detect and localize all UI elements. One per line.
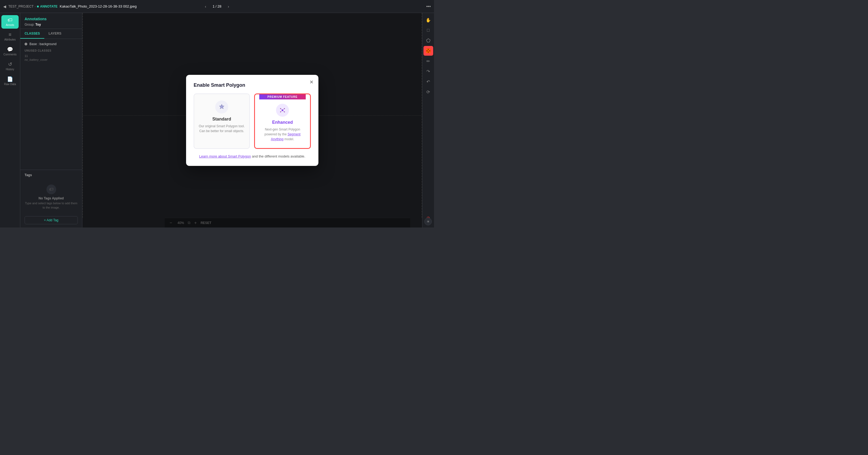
hand-tool-button[interactable]: ✋	[424, 15, 433, 25]
svg-point-15	[429, 52, 430, 53]
unused-class-11: 11	[25, 54, 78, 58]
filename: KakaoTalk_Photo_2023-12-28-16-38-33 002.…	[60, 4, 137, 8]
main-layout: 🏷 Annots ≡ Attributes 💬 Comments ↺ Histo…	[0, 13, 434, 228]
modal-card-standard[interactable]: Standard Our original Smart Polygon tool…	[194, 93, 250, 149]
svg-point-5	[284, 111, 285, 112]
history-icon: ↺	[8, 61, 12, 67]
no-tags-icon: 🏷	[46, 185, 56, 194]
class-item-base: Base : background	[25, 42, 78, 46]
undo-button[interactable]: ↶	[424, 77, 433, 87]
standard-icon	[215, 100, 228, 114]
modal-close-button[interactable]: ✕	[310, 80, 314, 85]
breadcrumb-annotate: ANNOTATE	[40, 5, 58, 8]
sidebar: 🏷 Annots ≡ Attributes 💬 Comments ↺ Histo…	[0, 13, 20, 228]
enhanced-card-desc: Next-gen Smart Polygon powered by the Se…	[259, 127, 306, 142]
modal-title: Enable Smart Polygon	[194, 83, 311, 88]
svg-point-13	[429, 49, 430, 50]
annotation-panel: Annotations Group: Toy CLASSES LAYERS Ba…	[20, 13, 82, 228]
add-tag-button[interactable]: + Add Tag	[25, 216, 78, 224]
unused-classes-title: UNUSED CLASSES	[25, 49, 78, 52]
breadcrumb: TEST_PROJECT › ■ ANNOTATE	[8, 4, 58, 8]
svg-point-2	[280, 108, 281, 109]
panel-title: Annotations	[25, 17, 78, 21]
topbar-center: ‹ 1 / 28 ›	[203, 3, 231, 10]
sidebar-item-attributes[interactable]: ≡ Attributes	[1, 30, 19, 43]
no-tags-text: No Tags Applied	[25, 196, 78, 200]
refresh-button[interactable]: ⟳	[424, 87, 433, 97]
nav-prev-button[interactable]: ‹	[203, 3, 209, 10]
rawdata-icon: 📄	[7, 76, 13, 82]
canvas-area: ✕ Enable Smart Polygon Standard Our orig…	[82, 13, 422, 228]
learn-more-link[interactable]: Learn more about Smart Polygon	[199, 154, 251, 158]
breadcrumb-project: TEST_PROJECT	[8, 5, 33, 8]
tags-title: Tags	[25, 173, 78, 177]
group-info: Group: Toy	[25, 23, 78, 27]
tab-classes[interactable]: CLASSES	[20, 29, 44, 39]
sidebar-item-history[interactable]: ↺ History	[1, 59, 19, 73]
page-indicator: 1 / 28	[212, 4, 222, 8]
svg-point-4	[280, 111, 281, 112]
svg-point-14	[427, 52, 428, 53]
modal-footer: Learn more about Smart Polygon and the d…	[194, 154, 311, 158]
svg-point-3	[284, 108, 285, 109]
class-name-base: Base : background	[29, 42, 57, 46]
rect-tool-button[interactable]: □	[424, 25, 433, 35]
theme-toggle-button[interactable]: ☀	[424, 218, 432, 225]
svg-point-12	[427, 49, 428, 50]
sidebar-item-rawdata[interactable]: 📄 Raw Data	[1, 74, 19, 88]
no-tags-hint: Type and select tags below to add them t…	[25, 201, 78, 210]
modal-card-enhanced[interactable]: PREMIUM FEATURE	[254, 93, 311, 149]
pencil-tool-button[interactable]: ✏	[424, 56, 433, 66]
modal-smart-polygon: ✕ Enable Smart Polygon Standard Our orig…	[186, 75, 318, 166]
smart-polygon-button[interactable]	[424, 46, 433, 56]
panel-header: Annotations Group: Toy	[20, 13, 82, 29]
no-tags-container: 🏷 No Tags Applied Type and select tags b…	[25, 180, 78, 214]
topbar-left: ◀ TEST_PROJECT › ■ ANNOTATE KakaoTalk_Ph…	[3, 4, 203, 9]
comments-icon: 💬	[7, 47, 13, 53]
right-toolbar: ✋ □ ✏ ↷ ↶ ⟳ ⊘ ☀	[422, 13, 434, 228]
svg-marker-10	[427, 39, 430, 42]
modal-overlay: ✕ Enable Smart Polygon Standard Our orig…	[82, 13, 422, 228]
annots-icon: 🏷	[7, 17, 12, 23]
tags-section: Tags 🏷 No Tags Applied Type and select t…	[20, 170, 82, 228]
unused-class-no-battery-cover: no_battery_cover	[25, 58, 78, 61]
panel-content: Base : background UNUSED CLASSES 11 no_b…	[20, 39, 82, 170]
premium-badge: PREMIUM FEATURE	[259, 94, 306, 99]
sidebar-item-comments[interactable]: 💬 Comments	[1, 44, 19, 58]
topbar: ◀ TEST_PROJECT › ■ ANNOTATE KakaoTalk_Ph…	[0, 0, 434, 13]
standard-card-title: Standard	[198, 117, 245, 122]
sidebar-item-annots[interactable]: 🏷 Annots	[1, 15, 19, 29]
redo-button[interactable]: ↷	[424, 66, 433, 76]
class-dot	[25, 43, 27, 46]
more-options-button[interactable]: •••	[426, 4, 431, 9]
modal-cards: Standard Our original Smart Polygon tool…	[194, 93, 311, 149]
panel-tabs: CLASSES LAYERS	[20, 29, 82, 39]
standard-card-desc: Our original Smart Polygon tool. Can be …	[198, 124, 245, 133]
tab-layers[interactable]: LAYERS	[44, 29, 66, 39]
svg-point-16	[428, 50, 429, 51]
attributes-icon: ≡	[9, 32, 11, 37]
polygon-tool-button[interactable]	[424, 36, 433, 46]
back-button[interactable]: ◀	[3, 4, 6, 9]
topbar-right: •••	[231, 4, 431, 9]
nav-next-button[interactable]: ›	[226, 3, 231, 10]
enhanced-card-title: Enhanced	[259, 120, 306, 125]
enhanced-icon	[276, 104, 289, 117]
